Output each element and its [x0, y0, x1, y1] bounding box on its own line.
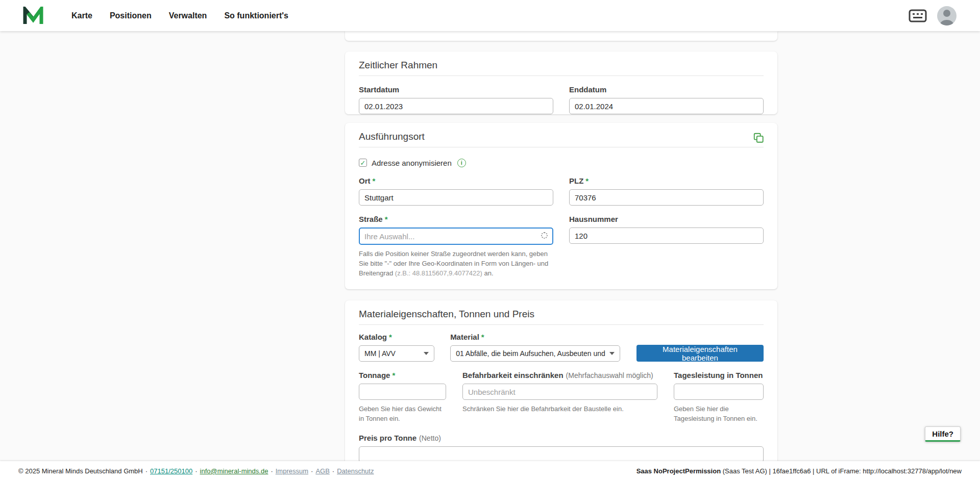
tonnage-row: Tonnage* Geben Sie hier das Gewicht in T…: [359, 371, 764, 423]
required-marker: *: [481, 333, 484, 341]
strasse-input[interactable]: [359, 227, 553, 245]
tagesleistung-help: Geben Sie hier die Tagesleistung in Tonn…: [674, 404, 764, 423]
preis-hint: (Netto): [419, 434, 441, 442]
nav-item-positionen[interactable]: Positionen: [110, 11, 152, 20]
material-label: Material*: [450, 333, 620, 342]
katalog-label: Katalog*: [359, 333, 434, 342]
top-navbar: Karte Positionen Verwalten So funktionie…: [0, 0, 980, 31]
plz-input[interactable]: [569, 189, 764, 206]
footer: © 2025 Mineral Minds Deutschland GmbH · …: [0, 461, 980, 481]
card-body: ✓ Adresse anonymisieren i Ort* PLZ*: [345, 158, 777, 278]
plz-label: PLZ*: [569, 176, 764, 186]
card-ausfuehrungsort: Ausführungsort ✓ Adresse anonymisieren i…: [345, 123, 777, 289]
required-marker: *: [385, 215, 388, 223]
befahrbarkeit-hint: (Mehrfachauswahl möglich): [566, 371, 653, 379]
material-row: Katalog* MM | AVV Material* 01 Abfälle, …: [359, 333, 764, 362]
separator: ·: [195, 467, 197, 475]
strasse-label: Straße*: [359, 215, 553, 224]
startdatum-input[interactable]: [359, 98, 553, 114]
tagesleistung-input[interactable]: [674, 384, 764, 400]
field-startdatum: Startdatum: [359, 85, 553, 114]
email-link[interactable]: info@mineral-minds.de: [200, 467, 268, 475]
hausnummer-label: Hausnummer: [569, 215, 764, 224]
help-button[interactable]: Hilfe?: [925, 426, 961, 442]
loading-spinner-icon: [541, 232, 548, 239]
separator: ·: [271, 467, 273, 475]
material-value: 01 Abfälle, die beim Aufsuchen, Ausbeute…: [456, 349, 605, 358]
card-title-ausfuehrungsort: Ausführungsort: [359, 123, 764, 147]
preis-input[interactable]: [359, 446, 764, 461]
anonymize-label: Adresse anonymisieren: [372, 159, 452, 167]
startdatum-label: Startdatum: [359, 85, 553, 94]
anonymize-row: ✓ Adresse anonymisieren i: [359, 158, 764, 167]
tonnage-label: Tonnage*: [359, 371, 446, 380]
anonymize-checkbox[interactable]: ✓: [359, 159, 367, 167]
mineral-minds-logo-icon: [22, 7, 44, 25]
required-marker: *: [389, 333, 392, 341]
caret-down-icon: [609, 352, 615, 355]
field-material: Material* 01 Abfälle, die beim Aufsuchen…: [450, 333, 620, 362]
card-zeitlicher-rahmen: Zeitlicher Rahmen Startdatum Enddatum: [345, 52, 777, 114]
tagesleistung-label: Tagesleistung in Tonnen: [674, 371, 764, 380]
coords-example: (z.B.: 48.8115607,9.4077422): [395, 269, 482, 277]
agb-link[interactable]: AGB: [315, 467, 329, 475]
field-preis: Preis pro Tonne(Netto): [359, 434, 764, 461]
phone-link[interactable]: 07151/250100: [150, 467, 192, 475]
info-icon[interactable]: i: [457, 159, 466, 167]
required-marker: *: [373, 176, 376, 185]
brand-logo[interactable]: [22, 7, 44, 25]
field-tonnage: Tonnage* Geben Sie hier das Gewicht in T…: [359, 371, 446, 423]
copy-icon[interactable]: [753, 132, 764, 143]
content-area: Zeitlicher Rahmen Startdatum Enddatum: [0, 31, 980, 461]
card-title-materialeigenschaften: Materialeigenschaften, Tonnen und Preis: [359, 300, 764, 325]
tonnage-input[interactable]: [359, 384, 446, 400]
befahrbarkeit-label: Befahrbarkeit einschränken(Mehrfachauswa…: [462, 371, 657, 380]
datenschutz-link[interactable]: Datenschutz: [337, 467, 374, 475]
field-befahrbarkeit: Befahrbarkeit einschränken(Mehrfachauswa…: [462, 371, 657, 414]
card-body: Katalog* MM | AVV Material* 01 Abfälle, …: [345, 333, 777, 461]
katalog-value: MM | AVV: [364, 349, 396, 358]
nav-item-so-funktionierts[interactable]: So funktioniert's: [224, 11, 288, 20]
separator: ·: [145, 467, 148, 475]
field-hausnummer: Hausnummer: [569, 215, 764, 278]
material-select[interactable]: 01 Abfälle, die beim Aufsuchen, Ausbeute…: [450, 345, 620, 362]
enddatum-input[interactable]: [569, 98, 764, 114]
enddatum-label: Enddatum: [569, 85, 764, 94]
hausnummer-input[interactable]: [569, 227, 764, 244]
ort-input[interactable]: [359, 189, 553, 206]
nav-item-verwalten[interactable]: Verwalten: [169, 11, 207, 20]
card-title-zeitlicher-rahmen: Zeitlicher Rahmen: [359, 52, 764, 76]
katalog-select[interactable]: MM | AVV: [359, 345, 434, 362]
field-tagesleistung: Tagesleistung in Tonnen Geben Sie hier d…: [674, 371, 764, 423]
field-strasse: Straße* Falls die Position keiner Straße…: [359, 215, 553, 278]
previous-card-partial: [345, 31, 777, 41]
navbar-right: [909, 6, 957, 26]
impressum-link[interactable]: Impressum: [276, 467, 308, 475]
preis-label: Preis pro Tonne(Netto): [359, 434, 764, 443]
footer-right: Saas NoProjectPermission (Saas Test AG) …: [636, 467, 962, 475]
separator: ·: [332, 467, 334, 475]
field-plz: PLZ*: [569, 176, 764, 206]
nav-item-karte[interactable]: Karte: [71, 11, 92, 20]
copyright-text: © 2025 Mineral Minds Deutschland GmbH: [18, 467, 143, 475]
field-katalog: Katalog* MM | AVV: [359, 333, 434, 362]
caret-down-icon: [424, 352, 429, 355]
materialeigenschaften-bearbeiten-button[interactable]: Materialeigenschaften bearbeiten: [636, 345, 764, 362]
saas-info-text: (Saas Test AG) | 16fae1ffc6a6 | URL of i…: [721, 467, 962, 475]
form-column: Zeitlicher Rahmen Startdatum Enddatum: [345, 31, 777, 461]
card-materialeigenschaften: Materialeigenschaften, Tonnen und Preis …: [345, 300, 777, 461]
befahrbarkeit-help: Schränken Sie hier die Befahrbarkeit der…: [462, 404, 657, 414]
field-ort: Ort*: [359, 176, 553, 206]
strasse-help-text: Falls die Position keiner Straße zugeord…: [359, 249, 549, 278]
tonnage-help: Geben Sie hier das Gewicht in Tonnen ein…: [359, 404, 446, 423]
befahrbarkeit-input[interactable]: [462, 384, 657, 400]
required-marker: *: [392, 371, 395, 379]
saas-permission-text: Saas NoProjectPermission: [636, 467, 721, 475]
field-enddatum: Enddatum: [569, 85, 764, 114]
keyboard-icon[interactable]: [909, 9, 927, 22]
main-nav: Karte Positionen Verwalten So funktionie…: [71, 11, 288, 20]
user-avatar[interactable]: [937, 6, 957, 26]
ort-label: Ort*: [359, 176, 553, 186]
required-marker: *: [585, 176, 589, 185]
footer-left: © 2025 Mineral Minds Deutschland GmbH · …: [18, 467, 374, 475]
